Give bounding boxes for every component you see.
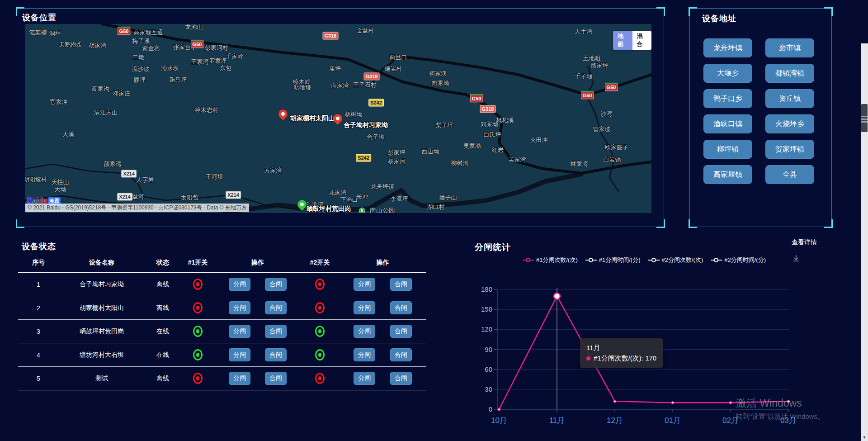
close-switch-button[interactable]: 合闸 (265, 325, 287, 338)
device-status: 在线 (145, 351, 181, 359)
map-place-label: 龙池山 (185, 24, 203, 31)
switch-indicator-green (193, 349, 203, 360)
map-place-label: 洞坪 (49, 29, 61, 38)
map-type-hybrid-button[interactable]: 混合 (632, 31, 652, 50)
corner-bracket (16, 219, 24, 228)
address-button[interactable]: 全县 (765, 165, 814, 184)
open-switch-button[interactable]: 分闸 (354, 278, 375, 291)
map-place-label: 二墩 (132, 53, 144, 62)
map-place-label: 沁水坝 (161, 64, 179, 72)
map-place-label: 千家岭 (226, 52, 244, 61)
view-details-link[interactable]: 查看详情 (792, 238, 817, 247)
open-switch-button[interactable]: 分闸 (354, 301, 375, 314)
map-place-label: 杨家河 (388, 157, 406, 166)
map-place-label: 欧家圈子 (605, 143, 628, 152)
legend-marker-icon (648, 260, 660, 261)
address-button[interactable]: 磨市镇 (765, 38, 814, 57)
watermark-line1: 激活 Windows (736, 396, 824, 410)
map-place-label: 龙家湾 (329, 189, 347, 197)
open-switch-button[interactable]: 分闸 (229, 301, 250, 314)
address-button[interactable]: 渔峡口镇 (703, 114, 752, 133)
switch-indicator-red (315, 373, 325, 384)
svg-text:180: 180 (481, 285, 492, 293)
legend-item[interactable]: #2分闸次数/(次) (648, 256, 703, 264)
map-type-map-button[interactable]: 地图 (613, 31, 632, 50)
map-place-label: 偏岩村 (385, 65, 402, 73)
close-switch-button[interactable]: 合闸 (265, 372, 287, 385)
map-place-label: 何家溪 (429, 70, 447, 78)
legend-item[interactable]: #1分闸次数/(次) (523, 256, 578, 264)
map-place-label: 清江方山 (94, 109, 118, 117)
map-place-label: 方家湾 (264, 166, 282, 175)
open-switch-button[interactable]: 分闸 (229, 325, 250, 338)
address-button[interactable]: 都镇湾镇 (765, 64, 814, 83)
open-switch-button[interactable]: 分闸 (229, 278, 250, 291)
road-shield: G318 (480, 105, 496, 113)
table-header-cell: 序号 (18, 259, 59, 267)
open-switch-button[interactable]: 分闸 (229, 372, 250, 385)
address-button[interactable]: 榔坪镇 (703, 140, 752, 159)
switch-indicator-red (193, 302, 203, 313)
baidu-map[interactable]: 笔架槽洞坪天鹅抱蛋胡家湾高家堰互通梅子溪紫金寨二墩流沙坡沁水坝张家台子彭家河村千… (25, 24, 651, 213)
address-button[interactable]: 龙舟坪镇 (703, 38, 752, 57)
map-attribution: © 2021 Baidu - GS(2019)5218号 - 甲测资字11009… (25, 204, 249, 212)
switch-indicator-red (193, 373, 203, 384)
address-button[interactable]: 火烧坪乡 (765, 114, 814, 133)
map-place-label: 流沙坡 (132, 65, 150, 73)
close-switch-button[interactable]: 合闸 (265, 301, 287, 314)
close-switch-button[interactable]: 合闸 (265, 348, 287, 361)
svg-text:60: 60 (485, 365, 492, 373)
device-status-table: 序号设备名称状态#1开关操作#2开关操作 1合子坳村习家坳离线分闸合闸分闸合闸2… (18, 254, 426, 390)
address-button[interactable]: 大堰乡 (703, 64, 752, 83)
switch-indicator-red (315, 279, 325, 290)
map-place-label: 彭家坪 (388, 149, 406, 157)
close-switch-button[interactable]: 合闸 (390, 348, 412, 361)
row-index: 4 (18, 351, 59, 359)
address-button[interactable]: 鸭子口乡 (703, 89, 752, 108)
device-status: 在线 (145, 327, 181, 336)
map-place-label: 路家坪 (591, 62, 609, 70)
svg-text:10月: 10月 (491, 416, 507, 425)
scrollbar-thumb[interactable] (861, 104, 868, 132)
scrollbar-down-arrow[interactable]: ▼ (861, 434, 868, 441)
device-name: 测试 (59, 375, 145, 383)
close-switch-button[interactable]: 合闸 (390, 372, 412, 385)
svg-text:120: 120 (481, 325, 492, 333)
switch-indicator-red (315, 302, 325, 313)
open-switch-button[interactable]: 分闸 (229, 348, 250, 361)
tooltip-series-dot (586, 356, 590, 360)
map-place-label: 阴阳坡村 (25, 175, 47, 184)
map-place-label: 跑马坪 (170, 76, 187, 84)
corner-bracket (656, 219, 665, 228)
page-scrollbar[interactable]: ▼ (861, 43, 868, 441)
svg-text:150: 150 (481, 305, 492, 313)
legend-item[interactable]: #1分闸时间/(分) (585, 256, 641, 264)
road-shield: X214 (117, 193, 132, 201)
open-switch-button[interactable]: 分闸 (354, 372, 375, 385)
device-name: 塘坊河村大石坝 (59, 351, 145, 359)
legend-item[interactable]: #2分闸时间/(分) (711, 256, 766, 264)
map-place-label: 彭家河村 (205, 44, 228, 52)
legend-label: #1分闸时间/(分) (599, 256, 641, 264)
switch-indicator-red (193, 279, 203, 290)
tooltip-title: 11月 (586, 342, 656, 353)
close-switch-button[interactable]: 合闸 (265, 278, 287, 291)
address-button[interactable]: 资丘镇 (765, 89, 814, 108)
map-place-label: 官家冲 (50, 98, 68, 106)
close-switch-button[interactable]: 合闸 (390, 301, 412, 314)
open-switch-button[interactable]: 分闸 (354, 325, 375, 338)
map-place-label: 渡家沟 (92, 85, 109, 93)
device-location-title: 设备位置 (22, 12, 57, 23)
close-switch-button[interactable]: 合闸 (390, 325, 412, 338)
tooltip-entry: #1分闸次数/(次): 170 (586, 353, 656, 363)
address-button[interactable]: 高家堰镇 (703, 165, 752, 184)
map-place-label: 西边坳 (422, 147, 439, 156)
legend-label: #2分闸次数/(次) (662, 256, 703, 264)
address-button[interactable]: 贺家坪镇 (765, 140, 814, 159)
road-shield: X214 (226, 191, 241, 199)
svg-text:30: 30 (485, 385, 492, 393)
table-body: 1合子坳村习家坳离线分闸合闸分闸合闸2胡家棚村太阳山离线分闸合闸分闸合闸3晒鼓坪… (18, 273, 426, 390)
close-switch-button[interactable]: 合闸 (390, 278, 412, 291)
open-switch-button[interactable]: 分闸 (354, 348, 375, 361)
device-location-panel: 设备位置 笔架槽洞坪天鹅抱蛋胡家湾高家堰互通梅子溪紫金寨二墩流沙坡沁水坝张家台子… (17, 8, 664, 227)
